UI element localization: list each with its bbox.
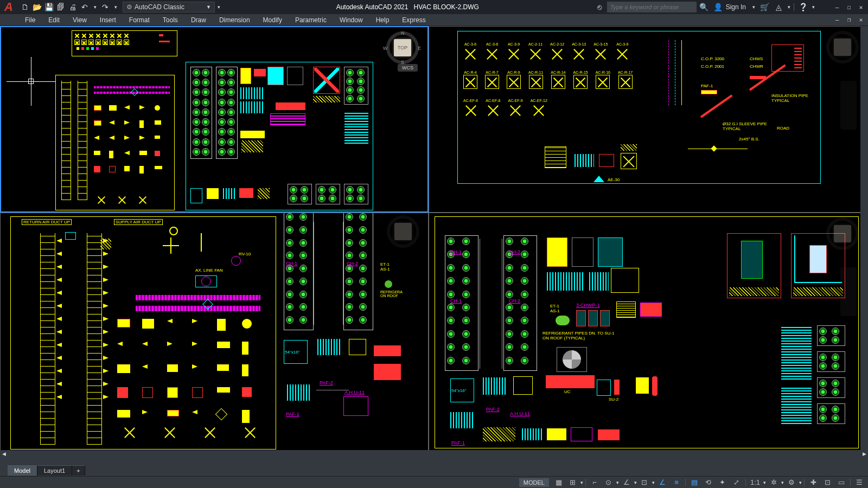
units-icon[interactable]: ⊡ (821, 477, 834, 488)
osnap-icon[interactable]: ⊡ (638, 477, 651, 488)
doc-close-button[interactable]: ✕ (855, 14, 867, 26)
scrollbar-vertical[interactable] (860, 26, 868, 450)
status-bar: MODEL ▦ ⊞ ▾ ⌐ ⊙ ▾ ∠ ▾ ⊡ ▾ ∠ ≡ ▤ ⟲ ✦ ⤢ 1:… (0, 476, 868, 488)
menu-bar: File Edit View Insert Format Tools Draw … (0, 14, 868, 26)
menu-file[interactable]: File (18, 14, 42, 25)
viewcube[interactable] (387, 215, 419, 248)
annoscale-label[interactable]: 1:1 (748, 477, 762, 488)
otrack-icon[interactable]: ∠ (656, 477, 669, 488)
isoplane-icon[interactable]: ∠ (620, 477, 633, 488)
open-icon[interactable]: 📂 (31, 2, 42, 12)
quickprops-icon[interactable]: ▭ (835, 477, 848, 488)
viewport-top-left[interactable]: TOP N S E W WCS (0, 26, 429, 213)
tab-model[interactable]: Model (8, 465, 37, 476)
grid-icon[interactable]: ▦ (552, 477, 565, 488)
new-icon[interactable]: 🗋 (20, 2, 30, 12)
scroll-right-icon[interactable]: ▶ (860, 450, 868, 458)
viewcube-face[interactable]: TOP (394, 39, 411, 56)
menu-modify[interactable]: Modify (257, 14, 289, 25)
workspace-selector[interactable]: ⚙ AutoCAD Classic ▼ (123, 2, 215, 12)
annomon-icon[interactable]: ✚ (807, 477, 820, 488)
scrollbar-horizontal[interactable]: ◀ ▶ (0, 450, 868, 458)
app-logo[interactable]: A (1, 1, 16, 14)
doc-minimize-button[interactable]: — (831, 14, 843, 26)
viewport-bottom-left[interactable]: RETURN AIR DUCT UP SUPPLY AIR DUCT UP AX… (0, 213, 429, 458)
redo-icon[interactable]: ↷ (100, 2, 111, 12)
search-input[interactable] (607, 2, 697, 12)
gear-icon: ⚙ (126, 3, 132, 11)
cycling-icon[interactable]: ⟲ (702, 477, 715, 488)
menu-window[interactable]: Window (333, 14, 369, 25)
tab-layout1[interactable]: Layout1 (37, 465, 72, 476)
transparency-icon[interactable]: ▤ (688, 477, 701, 488)
annovisibility-icon[interactable]: ✲ (767, 477, 780, 488)
viewport-top-right[interactable]: AC-3-6AC-3-8AC-3-9AC-2-11AC-2-12AC-3-13A… (429, 26, 868, 213)
maximize-button[interactable]: ☐ (843, 1, 855, 13)
app-icon[interactable]: ◬ (772, 1, 785, 14)
chevron-down-icon: ▼ (206, 4, 211, 10)
quick-access-toolbar: 🗋 📂 💾 🗐 🖨 ↶ ▾ ↷ ▾ (20, 2, 119, 12)
redo-dropdown-icon[interactable]: ▾ (112, 2, 119, 12)
viewcube[interactable] (826, 217, 859, 250)
layout-tabs: Model Layout1 + (0, 464, 85, 476)
title-text: Autodesk AutoCAD 2021 HVAC BLOOK-2.DWG (222, 3, 593, 11)
viewcube[interactable]: TOP N S E W (386, 31, 419, 64)
workspace-icon[interactable]: ⚙ (785, 477, 798, 488)
wcs-indicator[interactable]: WCS (398, 64, 418, 72)
nav-bar[interactable] (840, 81, 857, 130)
menu-dimension[interactable]: Dimension (213, 14, 257, 25)
nav-bar[interactable] (840, 267, 857, 316)
close-button[interactable]: ✕ (855, 1, 867, 13)
help-icon[interactable]: ❔ (796, 1, 809, 14)
print-icon[interactable]: 🖨 (67, 2, 78, 12)
drawing-area[interactable]: TOP N S E W WCS AC-3-6AC-3-8AC-3-9AC-2-1… (0, 26, 868, 458)
ortho-icon[interactable]: ⌐ (588, 477, 601, 488)
menu-express[interactable]: Express (395, 14, 432, 25)
menu-parametric[interactable]: Parametric (289, 14, 333, 25)
lineweight-icon[interactable]: ≡ (670, 477, 683, 488)
viewport-bottom-right[interactable]: CH-1 CH-1 CH-2 CH-2 (429, 213, 868, 458)
app-dropdown-icon[interactable]: ▾ (786, 1, 792, 14)
menu-edit[interactable]: Edit (42, 14, 66, 25)
menu-help[interactable]: Help (369, 14, 396, 25)
viewcube[interactable] (826, 31, 859, 63)
search-icon[interactable]: 🔍 (698, 1, 711, 14)
signin-dropdown-icon[interactable]: ▾ (750, 1, 757, 14)
polar-icon[interactable]: ⊙ (602, 477, 615, 488)
help-dropdown-icon[interactable]: ▾ (810, 1, 816, 14)
save-icon[interactable]: 💾 (43, 2, 54, 12)
customize-icon[interactable]: ☰ (853, 477, 866, 488)
signin-label[interactable]: Sign In (726, 3, 746, 11)
title-bar: A 🗋 📂 💾 🗐 🖨 ↶ ▾ ↷ ▾ ⚙ AutoCAD Classic ▼ … (0, 0, 868, 14)
qat-customize-icon[interactable]: ▾ (215, 4, 222, 10)
menu-view[interactable]: View (66, 14, 93, 25)
dynucs-icon[interactable]: ⤢ (730, 477, 743, 488)
saveall-icon[interactable]: 🗐 (55, 2, 66, 12)
undo-dropdown-icon[interactable]: ▾ (91, 2, 99, 12)
status-model-button[interactable]: MODEL (519, 478, 549, 487)
3dosnap-icon[interactable]: ✦ (716, 477, 729, 488)
undo-icon[interactable]: ↶ (79, 2, 90, 12)
workspace-label: AutoCAD Classic (135, 3, 184, 11)
menu-tools[interactable]: Tools (156, 14, 184, 25)
snap-icon[interactable]: ⊞ (566, 477, 579, 488)
tab-add[interactable]: + (72, 465, 85, 476)
minimize-button[interactable]: — (831, 1, 843, 13)
scroll-left-icon[interactable]: ◀ (0, 450, 8, 458)
cart-icon[interactable]: 🛒 (758, 1, 771, 14)
doc-restore-button[interactable]: ❐ (843, 14, 855, 26)
menu-insert[interactable]: Insert (93, 14, 123, 25)
share-icon[interactable]: ⎋ (593, 1, 606, 14)
user-icon[interactable]: 👤 (712, 1, 725, 14)
menu-draw[interactable]: Draw (184, 14, 213, 25)
menu-format[interactable]: Format (123, 14, 156, 25)
